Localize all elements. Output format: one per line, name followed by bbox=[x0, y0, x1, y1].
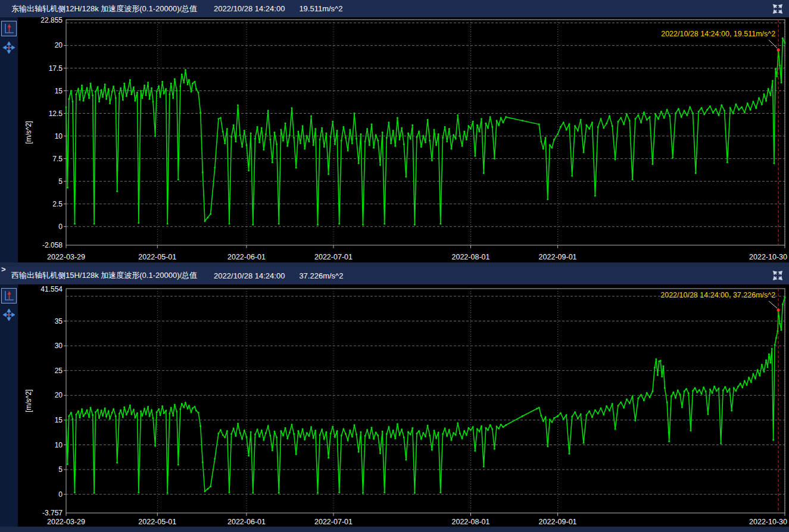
data-point bbox=[551, 421, 553, 423]
data-point bbox=[263, 439, 264, 441]
trend-axis-tool[interactable] bbox=[1, 288, 17, 303]
expand-icon[interactable] bbox=[772, 270, 784, 281]
data-point bbox=[684, 110, 685, 112]
data-point bbox=[101, 89, 102, 91]
data-point bbox=[181, 74, 183, 76]
data-point bbox=[141, 97, 143, 99]
data-point bbox=[459, 135, 461, 137]
data-point bbox=[779, 64, 781, 66]
collapse-chevron[interactable]: > bbox=[1, 265, 6, 274]
data-point bbox=[169, 413, 170, 415]
chart-toolbar-1 bbox=[0, 17, 18, 262]
data-point bbox=[321, 428, 323, 430]
trend-plot-2[interactable]: 0510152025303541.554-3.757[m/s^2]2022-03… bbox=[0, 284, 789, 527]
data-point bbox=[571, 416, 573, 418]
data-point bbox=[649, 116, 651, 118]
data-point bbox=[152, 417, 154, 419]
data-point bbox=[713, 386, 715, 387]
expand-icon[interactable] bbox=[772, 3, 784, 15]
data-point bbox=[463, 430, 465, 432]
trend-plot-1[interactable]: 02.557.51012.51517.52022.855-2.058[m/s^2… bbox=[0, 17, 789, 262]
data-point bbox=[383, 492, 385, 493]
trend-axis-tool[interactable] bbox=[1, 21, 17, 36]
data-point bbox=[671, 396, 672, 398]
data-point bbox=[591, 416, 593, 418]
data-point bbox=[609, 410, 610, 412]
data-point bbox=[67, 187, 68, 189]
data-point bbox=[434, 129, 435, 130]
data-point bbox=[98, 417, 100, 419]
data-point bbox=[594, 409, 596, 411]
data-point bbox=[179, 408, 181, 410]
pan-tool[interactable] bbox=[1, 307, 17, 323]
data-point bbox=[732, 112, 734, 114]
data-point bbox=[300, 436, 301, 438]
data-point bbox=[715, 108, 717, 109]
data-point bbox=[435, 437, 437, 439]
x-tick-label: 2022-06-01 bbox=[227, 518, 266, 526]
data-point bbox=[721, 104, 722, 106]
data-point bbox=[295, 453, 297, 455]
data-point bbox=[136, 92, 138, 93]
data-point bbox=[269, 434, 271, 436]
data-point bbox=[161, 405, 163, 407]
data-point bbox=[85, 92, 86, 93]
data-point bbox=[304, 148, 305, 149]
data-point bbox=[666, 109, 668, 111]
pan-tool[interactable] bbox=[1, 40, 17, 55]
data-point bbox=[239, 134, 241, 136]
data-point bbox=[637, 398, 639, 399]
bottom-strip bbox=[0, 527, 789, 532]
data-point bbox=[286, 437, 288, 439]
data-point bbox=[505, 424, 507, 426]
data-point bbox=[169, 93, 170, 95]
data-point bbox=[204, 220, 206, 222]
data-point bbox=[474, 450, 476, 452]
data-point bbox=[448, 429, 450, 431]
data-point bbox=[319, 139, 321, 140]
data-point bbox=[79, 99, 80, 101]
data-point bbox=[81, 85, 83, 86]
data-point bbox=[354, 112, 355, 114]
data-point bbox=[545, 416, 547, 418]
data-point bbox=[496, 120, 498, 121]
data-point bbox=[422, 432, 424, 434]
data-point bbox=[360, 431, 361, 433]
data-point bbox=[677, 390, 679, 392]
data-point bbox=[612, 403, 613, 405]
data-point bbox=[585, 414, 587, 416]
data-point bbox=[129, 79, 131, 81]
data-point bbox=[280, 129, 282, 130]
data-point bbox=[431, 159, 433, 161]
data-point bbox=[549, 144, 551, 146]
data-point bbox=[591, 121, 593, 123]
data-point bbox=[603, 414, 604, 415]
data-point bbox=[151, 409, 152, 411]
data-point bbox=[134, 417, 136, 418]
data-point bbox=[226, 128, 228, 130]
data-point bbox=[733, 387, 735, 389]
data-point bbox=[199, 112, 201, 114]
data-point bbox=[123, 406, 125, 408]
data-point bbox=[698, 111, 700, 112]
data-point bbox=[583, 151, 585, 153]
data-point bbox=[313, 437, 314, 439]
y-tick-label: 20 bbox=[55, 391, 63, 399]
data-point bbox=[597, 413, 599, 415]
data-point bbox=[772, 439, 774, 441]
y-tick-label: 10 bbox=[55, 441, 63, 449]
data-point bbox=[191, 91, 192, 93]
data-point bbox=[737, 386, 739, 387]
data-point bbox=[336, 430, 338, 432]
data-point bbox=[718, 114, 720, 116]
data-point bbox=[761, 104, 763, 105]
data-point bbox=[491, 126, 493, 128]
data-point bbox=[362, 224, 364, 226]
data-point bbox=[202, 171, 204, 173]
data-point bbox=[634, 420, 636, 421]
data-point bbox=[319, 434, 321, 436]
y-tick-label: 30 bbox=[55, 342, 63, 350]
data-point bbox=[755, 107, 757, 109]
data-point bbox=[241, 438, 243, 440]
data-point bbox=[165, 410, 167, 412]
